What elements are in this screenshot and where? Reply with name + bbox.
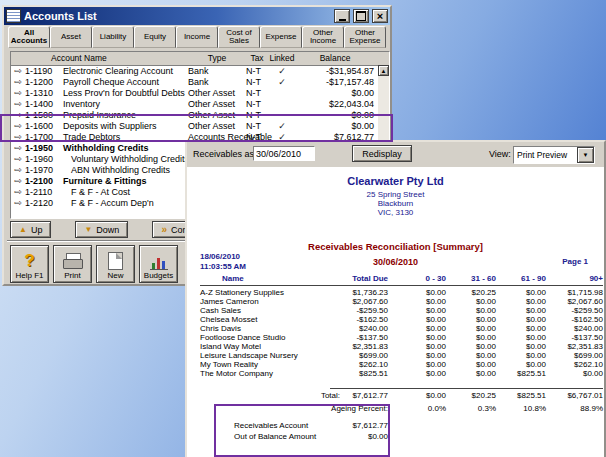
redisplay-button[interactable]: Redisplay [352, 145, 412, 162]
column-total-due: Total Due [340, 274, 388, 285]
report-row-the-motor-company: The Motor Company$825.51$0.00$0.00$825.5… [200, 369, 603, 378]
account-row-1-1190[interactable]: ⇨1-1190Electronic Clearing AccountBankN-… [11, 66, 389, 77]
account-row-1-1200[interactable]: ⇨1-1200Payroll Cheque AccountBankN-T✓-$1… [11, 77, 389, 88]
minimize-icon [339, 19, 346, 21]
account-name: Voluntary Withholding Credits [63, 154, 188, 165]
tab-cost-of-sales[interactable]: Cost of Sales [218, 26, 260, 48]
amount-cell: $0.00 [446, 342, 496, 351]
report-table: Name Total Due 0 - 30 31 - 60 61 - 90 90… [200, 274, 603, 413]
down-button[interactable]: ▼Down [75, 221, 128, 238]
tab-other-income[interactable]: Other Income [302, 26, 344, 48]
customer-name: James Cameron [200, 297, 340, 306]
company-name: Clearwater Pty Ltd [187, 175, 604, 187]
account-row-1-1310[interactable]: ⇨1-1310Less Prov'n for Doubtful DebtsOth… [11, 88, 389, 99]
dropdown-arrow-icon[interactable]: ▼ [577, 147, 594, 163]
ageing-90-plus: 88.9% [546, 404, 603, 413]
amount-cell: -$137.50 [546, 333, 603, 342]
zoom-arrow-icon[interactable]: ⇨ [11, 176, 25, 187]
account-number: 1-1960 [25, 154, 63, 165]
amount-cell: $0.00 [388, 333, 446, 342]
printed-date: 18/06/2010 [200, 252, 240, 261]
out-of-balance-label: Out of Balance Amount [234, 431, 316, 442]
tab-label: Other Expense [346, 29, 384, 46]
amount-cell: $0.00 [496, 297, 546, 306]
new-document-icon [108, 252, 123, 270]
account-name: Less Prov'n for Doubtful Debts [63, 88, 188, 99]
as-of-date-input[interactable] [253, 146, 315, 161]
account-balance: -$17,157.48 [296, 77, 389, 88]
amount-cell: $262.10 [340, 360, 388, 369]
zoom-arrow-icon[interactable]: ⇨ [11, 143, 25, 154]
zoom-arrow-icon[interactable]: ⇨ [11, 165, 25, 176]
zoom-arrow-icon[interactable]: ⇨ [11, 198, 25, 209]
amount-cell: $0.00 [496, 342, 546, 351]
zoom-arrow-icon[interactable]: ⇨ [11, 99, 25, 110]
total-label: Total: [200, 391, 340, 400]
button-label: Down [96, 225, 119, 235]
tab-income[interactable]: Income [176, 26, 218, 48]
amount-cell: $0.00 [496, 306, 546, 315]
amount-cell: -$162.50 [340, 315, 388, 324]
print-button[interactable]: Print [53, 245, 92, 283]
button-label: Help F1 [15, 272, 43, 280]
zoom-arrow-icon[interactable]: ⇨ [11, 77, 25, 88]
account-row-1-1400[interactable]: ⇨1-1400InventoryOther AssetN-T$22,043.04 [11, 99, 389, 110]
amount-cell: $2,351.83 [340, 342, 388, 351]
new-button[interactable]: New [96, 245, 135, 283]
summary-row: Out of Balance Amount $0.00 [200, 431, 388, 442]
accounts-table-header: Account Name Type Tax Linked Balance [11, 52, 389, 66]
column-0-30: 0 - 30 [388, 274, 446, 285]
up-button[interactable]: ▲Up [10, 221, 51, 238]
column-balance: Balance [296, 52, 389, 65]
amount-cell: $0.00 [496, 360, 546, 369]
tab-liability[interactable]: Liability [92, 26, 134, 48]
account-tax-code: N-T [246, 110, 268, 121]
account-number: 1-1600 [25, 121, 63, 132]
zoom-arrow-icon[interactable]: ⇨ [11, 88, 25, 99]
ageing-row: Ageing Percent: 0.0% 0.3% 10.8% 88.9% [200, 404, 603, 413]
tab-label: Equity [144, 33, 166, 42]
minimize-button[interactable] [334, 9, 350, 23]
account-number: 1-1500 [25, 110, 63, 121]
close-button[interactable]: × [372, 9, 388, 23]
account-number: 1-1700 [25, 132, 63, 143]
account-type: Other Asset [188, 88, 246, 99]
tab-asset[interactable]: Asset [50, 26, 92, 48]
scroll-up-button[interactable]: ▲ [378, 65, 389, 76]
report-row-a-z-stationery-supplies: A-Z Stationery Supplies$1,736.23$0.00$20… [200, 288, 603, 297]
close-icon: × [377, 11, 383, 22]
zoom-arrow-icon[interactable]: ⇨ [11, 154, 25, 165]
customer-name: Leisure Landscape Nursery [200, 351, 340, 360]
account-row-1-1500[interactable]: ⇨1-1500Prepaid InsuranceOther AssetN-T$0… [11, 110, 389, 121]
help-f1-button[interactable]: ?Help F1 [10, 245, 49, 283]
view-dropdown[interactable]: Print Preview ▼ [513, 146, 595, 164]
zoom-arrow-icon[interactable]: ⇨ [11, 132, 25, 143]
scroll-up-icon: ▲ [381, 68, 387, 74]
customer-name: The Motor Company [200, 369, 340, 378]
account-number: 1-2110 [25, 187, 63, 198]
amount-cell: $0.00 [388, 351, 446, 360]
amount-cell: $2,067.60 [546, 297, 603, 306]
tab-equity[interactable]: Equity [134, 26, 176, 48]
accounts-titlebar[interactable]: Accounts List × [4, 7, 390, 25]
report-toolbar: Receivables as of: Redisplay View: Print… [187, 142, 604, 168]
tab-all-accounts[interactable]: All Accounts [8, 26, 50, 48]
budgets-button[interactable]: Budgets [139, 245, 178, 283]
tab-expense[interactable]: Expense [260, 26, 302, 48]
zoom-arrow-icon[interactable]: ⇨ [11, 187, 25, 198]
tab-other-expense[interactable]: Other Expense [344, 26, 386, 48]
account-row-1-1600[interactable]: ⇨1-1600Deposits with SuppliersOther Asse… [11, 121, 389, 132]
amount-cell: $1,736.23 [340, 288, 388, 297]
totals-separator [330, 388, 603, 389]
up-arrow-icon: ▲ [19, 226, 27, 234]
maximize-button[interactable] [353, 9, 369, 23]
zoom-arrow-icon[interactable]: ⇨ [11, 110, 25, 121]
report-row-james-cameron: James Cameron$2,067.60$0.00$0.00$0.00$2,… [200, 297, 603, 306]
zoom-arrow-icon[interactable]: ⇨ [11, 66, 25, 77]
amount-cell: $0.00 [388, 324, 446, 333]
account-number: 1-1970 [25, 165, 63, 176]
account-tax-code: N-T [246, 66, 268, 77]
tab-label: All Accounts [10, 29, 48, 46]
zoom-arrow-icon[interactable]: ⇨ [11, 121, 25, 132]
amount-cell: $20.25 [446, 288, 496, 297]
